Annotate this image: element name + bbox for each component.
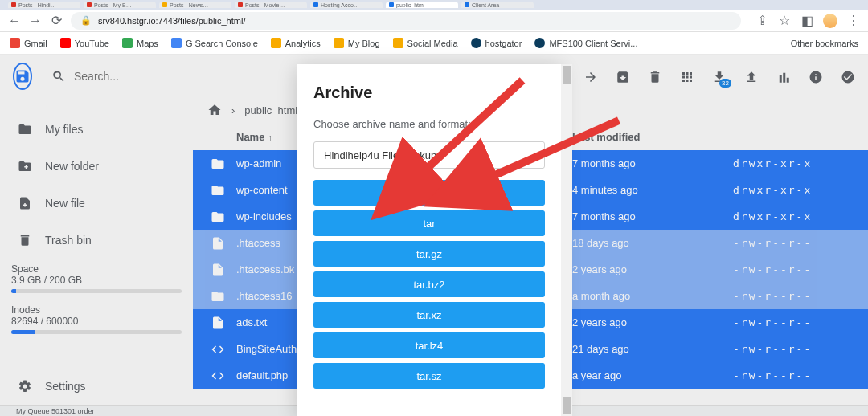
- format-button-targz[interactable]: tar.gz: [313, 241, 545, 267]
- browser-toolbar: ← → ⟳ 🔒 srv840.hstgr.io:7443/files/publi…: [0, 10, 868, 32]
- format-button-tarlz4[interactable]: tar.lz4: [313, 332, 545, 358]
- format-button-zip[interactable]: zip: [313, 180, 545, 206]
- reload-button[interactable]: ⟳: [50, 14, 63, 27]
- bookmark-maps[interactable]: Maps: [122, 38, 158, 48]
- bookmark-myblog[interactable]: My Blog: [334, 38, 380, 48]
- menu-icon[interactable]: ⋮: [847, 14, 860, 27]
- profile-avatar[interactable]: [823, 14, 837, 28]
- format-button-tar[interactable]: tar: [313, 210, 545, 236]
- archive-modal: Archive Choose archive name and format: …: [297, 64, 561, 416]
- bookmark-gmail[interactable]: Gmail: [10, 38, 47, 48]
- bookmark-youtube[interactable]: YouTube: [60, 38, 109, 48]
- other-bookmarks[interactable]: Other bookmarks: [786, 39, 858, 48]
- browser-tab[interactable]: Posts - My B…: [84, 2, 156, 8]
- format-button-tarxz[interactable]: tar.xz: [313, 302, 545, 328]
- star-icon[interactable]: ☆: [778, 14, 791, 27]
- bookmark-analytics[interactable]: Analytics: [271, 38, 321, 48]
- lock-icon: 🔒: [80, 15, 92, 26]
- back-button[interactable]: ←: [8, 14, 21, 27]
- address-bar[interactable]: 🔒 srv840.hstgr.io:7443/files/public_html…: [71, 12, 741, 30]
- bookmark-hostgator[interactable]: hostgator: [471, 38, 522, 48]
- format-button-tarbz2[interactable]: tar.bz2: [313, 271, 545, 297]
- modal-instruction: Choose archive name and format:: [313, 118, 545, 130]
- modal-scrollbar[interactable]: [561, 64, 572, 416]
- share-icon[interactable]: ⇪: [755, 14, 768, 27]
- browser-tab-strip: Posts - Hindi… Posts - My B… Posts - New…: [0, 0, 868, 10]
- modal-title: Archive: [313, 84, 545, 102]
- browser-tab[interactable]: Client Area: [461, 2, 534, 8]
- bookmark-mfs100[interactable]: MFS100 Client Servi...: [534, 38, 637, 48]
- format-button-tarsz[interactable]: tar.sz: [313, 363, 545, 389]
- extensions-icon[interactable]: ◧: [800, 14, 813, 27]
- browser-tab[interactable]: Posts - News…: [159, 2, 231, 8]
- archive-name-input[interactable]: [313, 141, 545, 169]
- browser-tab[interactable]: Hosting Acco…: [310, 2, 383, 8]
- browser-tab[interactable]: Posts - Movie…: [235, 2, 307, 8]
- bookmark-social[interactable]: Social Media: [393, 38, 458, 48]
- bookmarks-bar: Gmail YouTube Maps G Search Console Anal…: [0, 32, 868, 55]
- browser-tab-active[interactable]: public_html: [386, 2, 458, 8]
- browser-tab[interactable]: Posts - Hindi…: [8, 2, 80, 8]
- bookmark-gsc[interactable]: G Search Console: [171, 38, 258, 48]
- url-text: srv840.hstgr.io:7443/files/public_html/: [98, 16, 245, 26]
- forward-button[interactable]: →: [29, 14, 42, 27]
